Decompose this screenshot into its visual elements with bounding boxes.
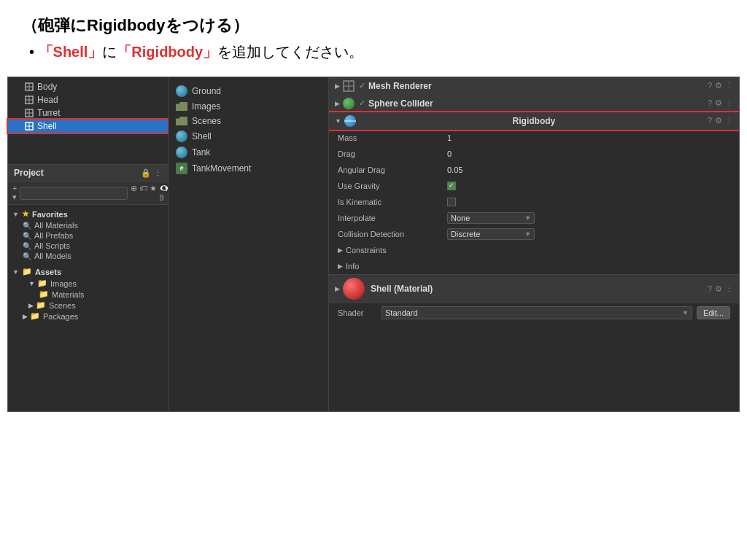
unity-window: Body Head Turret <box>7 77 740 412</box>
is-kinematic-label: Is Kinematic <box>338 198 447 206</box>
hierarchy-label-head: Head <box>37 95 58 105</box>
star-filter-icon[interactable]: ★ <box>150 184 157 202</box>
mesh-icon-body <box>24 82 34 92</box>
packages-folder-icon: 📁 <box>30 311 40 321</box>
asset-images[interactable]: Images <box>173 99 324 114</box>
hierarchy-item-body[interactable]: Body <box>8 80 168 93</box>
rigidbody-settings[interactable]: ⚙ <box>715 116 722 125</box>
assets-arrow: ▼ <box>12 268 19 276</box>
fav-all-prefabs[interactable]: 🔍 All Prefabs <box>8 230 168 241</box>
mesh-renderer-settings[interactable]: ⚙ <box>715 81 722 90</box>
fav-all-materials[interactable]: 🔍 All Materials <box>8 220 168 230</box>
constraints-foldout[interactable]: ▶ Constraints <box>329 242 739 258</box>
scenes-label: Scenes <box>49 301 76 310</box>
rigidbody-menu[interactable]: ⋮ <box>725 116 733 125</box>
project-section: Project 🔒 ⋮ + ▾ ⊕ 🏷 ★ 👁‍🗨9 <box>8 165 168 411</box>
material-settings[interactable]: ⚙ <box>715 284 722 294</box>
packages-arrow: ▶ <box>23 313 28 320</box>
sphere-collider-header[interactable]: ▶ ✓ Sphere Collider ? ⚙ ⋮ <box>329 95 739 112</box>
shell-highlight: 「Shell」 <box>39 44 103 60</box>
sphere-collider-settings[interactable]: ⚙ <box>715 98 722 108</box>
edit-button[interactable]: Edit... <box>697 306 730 319</box>
asset-tank[interactable]: Tank <box>173 144 324 160</box>
material-menu[interactable]: ⋮ <box>725 284 733 294</box>
interpolate-select[interactable]: None ▼ <box>447 212 535 224</box>
fav-all-models[interactable]: 🔍 All Models <box>8 251 168 261</box>
project-title: Project <box>14 168 141 178</box>
collision-detection-value: Discrete <box>451 230 480 238</box>
use-gravity-checkbox[interactable] <box>447 182 456 190</box>
project-tree: ▼ ★ Favorites 🔍 All Materials 🔍 All Pref… <box>8 205 168 411</box>
hierarchy-item-shell[interactable]: Shell <box>8 120 168 133</box>
collision-detection-arrow: ▼ <box>525 230 531 238</box>
assets-packages[interactable]: ▶ 📁 Packages <box>8 311 168 322</box>
angular-drag-label: Angular Drag <box>338 166 447 174</box>
material-name: Shell (Material) <box>371 284 708 294</box>
project-header: Project 🔒 ⋮ <box>8 165 168 182</box>
rigidbody-buttons: ? ⚙ ⋮ <box>708 116 733 125</box>
asset-shell[interactable]: Shell <box>173 128 324 144</box>
hierarchy-item-head[interactable]: Head <box>8 93 168 106</box>
asset-ground-label: Ground <box>192 86 221 96</box>
lock-icon[interactable]: 🔒 <box>141 168 151 178</box>
project-search-input[interactable] <box>20 187 128 200</box>
mesh-icon-shell <box>24 121 34 131</box>
rigidbody-header[interactable]: ▼ Rigidbody ? ⚙ ⋮ <box>329 112 739 130</box>
search-mini-icon4: 🔍 <box>23 252 31 260</box>
sphere-collider-help[interactable]: ? <box>708 98 712 108</box>
fav-all-scripts-label: All Scripts <box>34 241 70 250</box>
info-arrow: ▶ <box>338 262 343 270</box>
mass-value: 1 <box>447 133 730 142</box>
project-header-icons: 🔒 ⋮ <box>141 168 162 178</box>
material-arrow: ▶ <box>335 285 340 292</box>
is-kinematic-checkbox[interactable] <box>447 198 456 206</box>
fav-all-scripts[interactable]: 🔍 All Scripts <box>8 241 168 251</box>
field-mass: Mass 1 <box>329 130 739 146</box>
left-panel: Body Head Turret <box>8 77 169 411</box>
menu-icon[interactable]: ⋮ <box>154 168 162 178</box>
rigidbody-icon <box>344 115 356 127</box>
images-folder-icon2 <box>176 102 187 111</box>
hierarchy-label-turret: Turret <box>37 108 61 118</box>
project-toolbar: + ▾ ⊕ 🏷 ★ 👁‍🗨9 <box>8 182 168 205</box>
mesh-renderer-help[interactable]: ? <box>708 81 712 90</box>
shader-label: Shader <box>338 308 382 317</box>
material-help[interactable]: ? <box>708 284 712 294</box>
rigidbody-help[interactable]: ? <box>708 116 712 125</box>
assets-label: Assets <box>35 268 61 276</box>
mesh-renderer-menu[interactable]: ⋮ <box>725 81 733 90</box>
mesh-renderer-buttons: ? ⚙ ⋮ <box>708 81 733 90</box>
shader-value: Standard <box>385 308 418 317</box>
favorites-header[interactable]: ▼ ★ Favorites <box>8 208 168 220</box>
asset-scenes[interactable]: Scenes <box>173 114 324 128</box>
info-foldout[interactable]: ▶ Info <box>329 258 739 274</box>
asset-ground[interactable]: Ground <box>173 83 324 99</box>
assets-list: Ground Images Scenes Shell Tank # TankMo… <box>169 77 328 182</box>
fav-all-materials-label: All Materials <box>34 221 78 230</box>
rigidbody-arrow: ▼ <box>335 117 341 125</box>
labels-icon[interactable]: 🏷 <box>139 184 147 202</box>
shader-select[interactable]: Standard ▼ <box>382 306 692 319</box>
assets-scenes[interactable]: ▶ 📁 Scenes <box>8 300 168 311</box>
fav-all-prefabs-label: All Prefabs <box>34 231 73 240</box>
collision-detection-label: Collision Detection <box>338 230 447 238</box>
eye-slash-icon[interactable]: 👁‍🗨9 <box>159 184 168 202</box>
sphere-collider-menu[interactable]: ⋮ <box>725 98 733 108</box>
mesh-renderer-header[interactable]: ▶ ✓ Mesh Renderer ? ⚙ ⋮ <box>329 77 739 95</box>
fav-all-models-label: All Models <box>34 252 71 260</box>
hierarchy-section: Body Head Turret <box>8 77 168 165</box>
favorites-arrow: ▼ <box>12 211 19 218</box>
sphere-collider-arrow: ▶ <box>335 100 340 107</box>
hierarchy-label-body: Body <box>37 82 57 92</box>
mesh-icon-turret <box>24 108 34 118</box>
assets-materials[interactable]: 📁 Materials <box>8 289 168 300</box>
recents-icon[interactable]: ⊕ <box>131 184 137 202</box>
collision-detection-select[interactable]: Discrete ▼ <box>447 228 535 240</box>
assets-images[interactable]: ▼ 📁 Images <box>8 278 168 289</box>
hierarchy-item-turret[interactable]: Turret <box>8 106 168 120</box>
mesh-renderer-name: Mesh Renderer <box>368 81 708 91</box>
asset-tankmovement[interactable]: # TankMovement <box>173 160 324 176</box>
assets-header[interactable]: ▼ 📁 Assets <box>8 265 168 278</box>
sphere-collider-icon <box>343 98 355 109</box>
add-icon[interactable]: + ▾ <box>12 184 17 202</box>
